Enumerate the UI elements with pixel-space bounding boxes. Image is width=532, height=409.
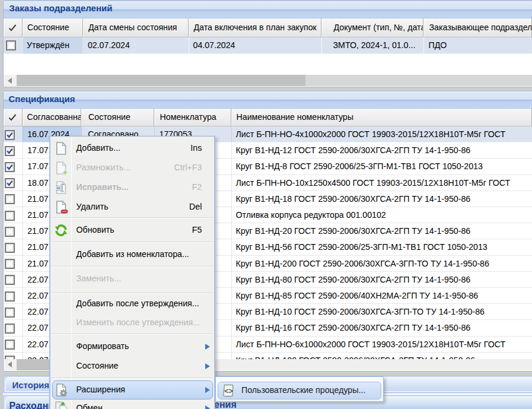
svg-text:<>: <>	[224, 387, 233, 395]
